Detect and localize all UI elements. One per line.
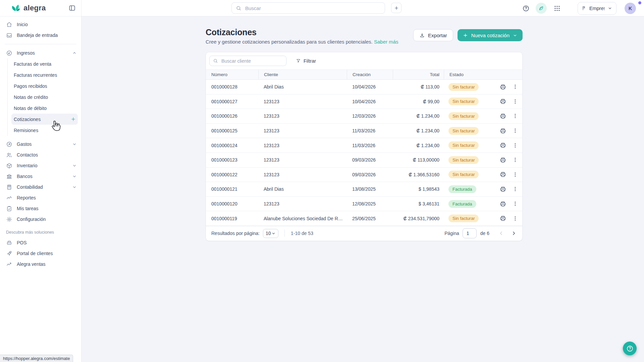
sidebar-item-portal-de-clientes[interactable]: Portal de clientes [0, 248, 81, 259]
status-badge: Sin facturar [448, 98, 479, 105]
eco-leaf-button[interactable] [536, 3, 547, 14]
row-menu-button[interactable] [512, 127, 519, 134]
leaf-icon [538, 5, 544, 11]
quote-row[interactable]: 001000012012312312/08/2025$ 3,46131Factu… [206, 197, 522, 212]
global-search-input[interactable] [245, 5, 381, 11]
sidebar-subitem-cotizaciones[interactable]: Cotizaciones [11, 114, 78, 125]
sidebar-item-contabilidad[interactable]: Contabilidad [0, 182, 81, 192]
row-menu-button[interactable] [512, 185, 519, 193]
results-range: 1-10 de 53 [291, 231, 313, 236]
sidebar-item-contactos[interactable]: Contactos [0, 149, 81, 160]
column-header-actions [497, 70, 522, 79]
company-name: Empresa... [589, 6, 605, 11]
sidebar-item-inicio[interactable]: Inicio [0, 19, 81, 30]
row-actions [497, 127, 522, 134]
quote-row[interactable]: 001000012312312309/03/2026₡ 113,00000Sin… [206, 153, 522, 168]
quote-total: ₡ 1.234,00 [393, 143, 444, 148]
print-button[interactable] [499, 112, 507, 120]
quote-client: 123123 [258, 128, 347, 133]
quote-number: 0010000125 [206, 128, 258, 133]
quote-total: ₡ 234.531,79000 [393, 216, 444, 221]
user-avatar[interactable]: K [625, 3, 636, 14]
quote-row[interactable]: 0010000119Alanube Soluciones Sociedad De… [206, 211, 522, 226]
sidebar-item-label: Contabilidad [17, 184, 43, 190]
per-page-select[interactable]: 10 [263, 229, 278, 238]
row-menu-button[interactable] [512, 83, 519, 90]
sidebar-item-reportes[interactable]: Reportes [0, 192, 81, 203]
per-page-value: 10 [266, 231, 271, 236]
box-icon [6, 163, 12, 169]
row-menu-button[interactable] [512, 98, 519, 105]
quote-row[interactable]: 001000012212312309/03/2026₡ 1.366,53160S… [206, 168, 522, 182]
quote-number: 0010000126 [206, 113, 258, 119]
quote-row[interactable]: 001000012412312311/03/2026₡ 1.234,00Sin … [206, 138, 522, 153]
row-menu-button[interactable] [512, 171, 519, 178]
print-button[interactable] [499, 156, 507, 164]
company-switcher[interactable]: Empresa... [578, 2, 616, 15]
row-menu-button[interactable] [512, 200, 519, 207]
sidebar-subitem-remisiones[interactable]: Remisiones [8, 125, 81, 136]
chevron-down-icon [271, 231, 276, 236]
sidebar-item-alegra-ventas[interactable]: Alegra ventas [0, 259, 81, 269]
client-search-input[interactable] [221, 58, 283, 64]
sidebar-section-heading: Descubra más soluciones [0, 225, 81, 237]
sidebar-item-gastos[interactable]: Gastos [0, 139, 81, 149]
quote-row[interactable]: 001000012712312310/04/2026₡ 99,00Sin fac… [206, 95, 522, 109]
sidebar-item-ingresos[interactable]: Ingresos [0, 48, 81, 58]
sidebar-subitem-notas-de-credito[interactable]: Notas de crédito [8, 92, 81, 103]
sidebar-subitem-facturas-recurrentes[interactable]: Facturas recurrentes [8, 69, 81, 80]
new-quote-button[interactable]: Nueva cotización [458, 29, 523, 41]
plus-icon [463, 33, 468, 38]
quote-number: 0010000127 [206, 99, 258, 104]
quote-total: ₡ 1.234,00 [393, 113, 444, 119]
quote-date: 09/03/2026 [347, 172, 393, 177]
quote-client: 123123 [258, 157, 347, 163]
sidebar-collapse-button[interactable] [68, 4, 76, 12]
print-button[interactable] [499, 83, 507, 90]
row-menu-button[interactable] [512, 142, 519, 149]
chevron-down-icon [72, 141, 77, 147]
print-button[interactable] [499, 200, 507, 207]
sidebar-item-bandeja-de-entrada[interactable]: Bandeja de entrada [0, 30, 81, 41]
export-button[interactable]: Exportar [413, 29, 453, 41]
row-menu-button[interactable] [512, 215, 519, 222]
sidebar-item-bancos[interactable]: Bancos [0, 171, 81, 182]
apps-grid-button[interactable] [553, 5, 561, 12]
page-subtitle-text: Cree y gestione cotizaciones personaliza… [206, 39, 373, 45]
print-button[interactable] [499, 171, 507, 178]
sidebar-item-label: Configuración [17, 217, 46, 222]
sidebar-subitem-facturas-de-venta[interactable]: Facturas de venta [8, 58, 81, 69]
quote-row[interactable]: 0010000121Abril Dias13/08/2025$ 1,98543F… [206, 182, 522, 197]
global-search[interactable] [231, 2, 385, 14]
print-button[interactable] [499, 127, 507, 134]
next-page-button[interactable] [511, 230, 517, 236]
print-button[interactable] [499, 142, 507, 149]
sidebar-subitem-pagos-recibidos[interactable]: Pagos recibidos [8, 80, 81, 92]
plus-icon [394, 5, 399, 11]
alegra-logo[interactable]: alegra [11, 4, 68, 12]
quote-row[interactable]: 0010000128Abril Dias10/04/2026₡ 113,00Si… [206, 80, 522, 95]
row-menu-button[interactable] [512, 112, 519, 120]
print-button[interactable] [499, 98, 507, 105]
sidebar-item-configuracion[interactable]: Configuración [0, 214, 81, 225]
help-button[interactable] [522, 5, 530, 12]
sidebar-item-pos[interactable]: POS [0, 237, 81, 248]
quote-row[interactable]: 001000012512312311/03/2026₡ 1.234,00Sin … [206, 124, 522, 138]
table-header: NúmeroClienteCreaciónTotalEstado [206, 69, 522, 80]
learn-more-link[interactable]: Saber más [374, 39, 398, 45]
page-number-input[interactable] [463, 228, 477, 238]
sidebar-item-mis-tareas[interactable]: Mis tareas [0, 203, 81, 214]
add-quote-icon[interactable] [70, 116, 76, 122]
previous-page-button[interactable] [498, 230, 504, 236]
column-header-cliente: Cliente [258, 70, 347, 79]
quote-row[interactable]: 001000012612312312/03/2026₡ 1.234,00Sin … [206, 109, 522, 124]
row-menu-button[interactable] [512, 156, 519, 164]
filter-button[interactable]: Filtrar [294, 58, 318, 64]
help-fab[interactable] [623, 342, 637, 355]
print-button[interactable] [499, 215, 507, 222]
sidebar-item-inventario[interactable]: Inventario [0, 160, 81, 171]
sidebar-subitem-notas-de-debito[interactable]: Notas de débito [8, 103, 81, 114]
quick-add-button[interactable] [391, 3, 401, 13]
client-search[interactable] [209, 56, 286, 66]
print-button[interactable] [499, 185, 507, 193]
